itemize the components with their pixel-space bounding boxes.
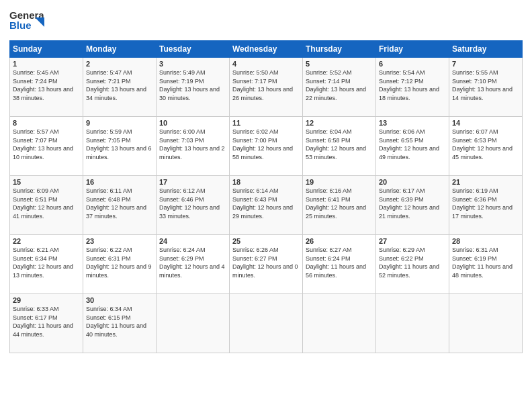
day-number: 23	[86, 237, 153, 245]
day-cell-7: 7 Sunrise: 5:55 AM Sunset: 7:10 PM Dayli…	[449, 58, 523, 117]
week-row-5: 29 Sunrise: 6:33 AM Sunset: 6:17 PM Dayl…	[10, 294, 523, 353]
day-cell-1: 1 Sunrise: 5:45 AM Sunset: 7:24 PM Dayli…	[10, 58, 83, 117]
day-number: 28	[452, 237, 519, 245]
day-info: Sunrise: 5:47 AM Sunset: 7:21 PM Dayligh…	[86, 68, 153, 102]
day-info: Sunrise: 6:02 AM Sunset: 7:00 PM Dayligh…	[232, 128, 300, 161]
day-number: 9	[86, 119, 153, 127]
day-number: 4	[232, 60, 300, 68]
day-info: Sunrise: 6:22 AM Sunset: 6:31 PM Dayligh…	[86, 246, 153, 279]
day-info: Sunrise: 5:59 AM Sunset: 7:05 PM Dayligh…	[86, 128, 153, 161]
day-cell-9: 9 Sunrise: 5:59 AM Sunset: 7:05 PM Dayli…	[83, 117, 157, 176]
day-number: 19	[306, 178, 373, 186]
day-number: 29	[13, 296, 80, 304]
header: General Blue	[9, 7, 523, 35]
day-number: 10	[159, 119, 226, 127]
day-cell-23: 23 Sunrise: 6:22 AM Sunset: 6:31 PM Dayl…	[83, 235, 157, 294]
day-cell-21: 21 Sunrise: 6:19 AM Sunset: 6:36 PM Dayl…	[449, 176, 523, 235]
day-cell-10: 10 Sunrise: 6:00 AM Sunset: 7:03 PM Dayl…	[157, 117, 230, 176]
day-info: Sunrise: 5:55 AM Sunset: 7:10 PM Dayligh…	[452, 68, 519, 102]
day-info: Sunrise: 6:00 AM Sunset: 7:03 PM Dayligh…	[159, 128, 226, 161]
day-info: Sunrise: 6:12 AM Sunset: 6:46 PM Dayligh…	[159, 187, 226, 220]
week-row-2: 8 Sunrise: 5:57 AM Sunset: 7:07 PM Dayli…	[10, 117, 523, 176]
calendar-table: Sunday Monday Tuesday Wednesday Thursday…	[9, 40, 523, 353]
day-number: 21	[452, 178, 519, 186]
day-cell-3: 3 Sunrise: 5:49 AM Sunset: 7:19 PM Dayli…	[157, 58, 230, 117]
day-info: Sunrise: 6:19 AM Sunset: 6:36 PM Dayligh…	[452, 187, 519, 220]
day-info: Sunrise: 6:07 AM Sunset: 6:53 PM Dayligh…	[452, 128, 519, 161]
logo: General Blue	[9, 7, 44, 35]
day-cell-19: 19 Sunrise: 6:16 AM Sunset: 6:41 PM Dayl…	[303, 176, 376, 235]
col-friday: Friday	[376, 41, 449, 58]
day-number: 20	[379, 178, 446, 186]
day-cell-12: 12 Sunrise: 6:04 AM Sunset: 6:58 PM Dayl…	[303, 117, 376, 176]
empty-cell	[303, 294, 376, 353]
day-number: 24	[159, 237, 226, 245]
col-sunday: Sunday	[10, 41, 83, 58]
empty-cell	[376, 294, 449, 353]
empty-cell	[449, 294, 523, 353]
day-info: Sunrise: 6:34 AM Sunset: 6:15 PM Dayligh…	[86, 305, 153, 338]
week-row-3: 15 Sunrise: 6:09 AM Sunset: 6:51 PM Dayl…	[10, 176, 523, 235]
day-number: 3	[159, 60, 226, 68]
day-cell-18: 18 Sunrise: 6:14 AM Sunset: 6:43 PM Dayl…	[230, 176, 303, 235]
day-number: 7	[452, 60, 519, 68]
day-number: 16	[86, 178, 153, 186]
week-row-1: 1 Sunrise: 5:45 AM Sunset: 7:24 PM Dayli…	[10, 58, 523, 117]
day-cell-6: 6 Sunrise: 5:54 AM Sunset: 7:12 PM Dayli…	[376, 58, 449, 117]
day-number: 26	[306, 237, 373, 245]
col-thursday: Thursday	[303, 41, 376, 58]
day-info: Sunrise: 6:17 AM Sunset: 6:39 PM Dayligh…	[379, 187, 446, 220]
svg-text:Blue: Blue	[9, 19, 32, 31]
day-info: Sunrise: 6:33 AM Sunset: 6:17 PM Dayligh…	[13, 305, 80, 338]
day-cell-25: 25 Sunrise: 6:26 AM Sunset: 6:27 PM Dayl…	[230, 235, 303, 294]
day-cell-14: 14 Sunrise: 6:07 AM Sunset: 6:53 PM Dayl…	[449, 117, 523, 176]
col-wednesday: Wednesday	[230, 41, 303, 58]
day-number: 30	[86, 296, 153, 304]
day-cell-20: 20 Sunrise: 6:17 AM Sunset: 6:39 PM Dayl…	[376, 176, 449, 235]
day-cell-29: 29 Sunrise: 6:33 AM Sunset: 6:17 PM Dayl…	[10, 294, 83, 353]
day-number: 15	[13, 178, 80, 186]
logo-icon: General Blue	[9, 7, 44, 35]
col-saturday: Saturday	[449, 41, 523, 58]
day-info: Sunrise: 5:52 AM Sunset: 7:14 PM Dayligh…	[306, 68, 373, 102]
day-number: 18	[232, 178, 300, 186]
day-cell-4: 4 Sunrise: 5:50 AM Sunset: 7:17 PM Dayli…	[230, 58, 303, 117]
day-cell-26: 26 Sunrise: 6:27 AM Sunset: 6:24 PM Dayl…	[303, 235, 376, 294]
day-info: Sunrise: 6:24 AM Sunset: 6:29 PM Dayligh…	[159, 246, 226, 279]
day-number: 5	[306, 60, 373, 68]
week-row-4: 22 Sunrise: 6:21 AM Sunset: 6:34 PM Dayl…	[10, 235, 523, 294]
day-info: Sunrise: 6:11 AM Sunset: 6:48 PM Dayligh…	[86, 187, 153, 220]
day-info: Sunrise: 5:45 AM Sunset: 7:24 PM Dayligh…	[13, 68, 80, 102]
col-tuesday: Tuesday	[157, 41, 230, 58]
day-info: Sunrise: 6:31 AM Sunset: 6:19 PM Dayligh…	[452, 246, 519, 279]
day-cell-16: 16 Sunrise: 6:11 AM Sunset: 6:48 PM Dayl…	[83, 176, 157, 235]
day-number: 14	[452, 119, 519, 127]
calendar-header-row: Sunday Monday Tuesday Wednesday Thursday…	[10, 41, 523, 58]
day-info: Sunrise: 5:57 AM Sunset: 7:07 PM Dayligh…	[13, 128, 80, 161]
day-number: 2	[86, 60, 153, 68]
page: General Blue Sunday Monday Tuesday Wedne…	[0, 0, 532, 411]
day-cell-22: 22 Sunrise: 6:21 AM Sunset: 6:34 PM Dayl…	[10, 235, 83, 294]
empty-cell	[230, 294, 303, 353]
day-number: 25	[232, 237, 300, 245]
day-cell-24: 24 Sunrise: 6:24 AM Sunset: 6:29 PM Dayl…	[157, 235, 230, 294]
day-cell-13: 13 Sunrise: 6:06 AM Sunset: 6:55 PM Dayl…	[376, 117, 449, 176]
day-info: Sunrise: 6:27 AM Sunset: 6:24 PM Dayligh…	[306, 246, 373, 279]
day-info: Sunrise: 6:26 AM Sunset: 6:27 PM Dayligh…	[232, 246, 300, 279]
day-cell-27: 27 Sunrise: 6:29 AM Sunset: 6:22 PM Dayl…	[376, 235, 449, 294]
day-info: Sunrise: 6:21 AM Sunset: 6:34 PM Dayligh…	[13, 246, 80, 279]
col-monday: Monday	[83, 41, 157, 58]
day-info: Sunrise: 6:09 AM Sunset: 6:51 PM Dayligh…	[13, 187, 80, 220]
day-info: Sunrise: 5:50 AM Sunset: 7:17 PM Dayligh…	[232, 68, 300, 102]
day-info: Sunrise: 6:29 AM Sunset: 6:22 PM Dayligh…	[379, 246, 446, 279]
day-number: 1	[13, 60, 80, 68]
day-cell-17: 17 Sunrise: 6:12 AM Sunset: 6:46 PM Dayl…	[157, 176, 230, 235]
day-info: Sunrise: 6:06 AM Sunset: 6:55 PM Dayligh…	[379, 128, 446, 161]
day-info: Sunrise: 5:54 AM Sunset: 7:12 PM Dayligh…	[379, 68, 446, 102]
day-number: 13	[379, 119, 446, 127]
day-info: Sunrise: 6:14 AM Sunset: 6:43 PM Dayligh…	[232, 187, 300, 220]
day-number: 17	[159, 178, 226, 186]
day-cell-2: 2 Sunrise: 5:47 AM Sunset: 7:21 PM Dayli…	[83, 58, 157, 117]
day-info: Sunrise: 5:49 AM Sunset: 7:19 PM Dayligh…	[159, 68, 226, 102]
day-info: Sunrise: 6:16 AM Sunset: 6:41 PM Dayligh…	[306, 187, 373, 220]
